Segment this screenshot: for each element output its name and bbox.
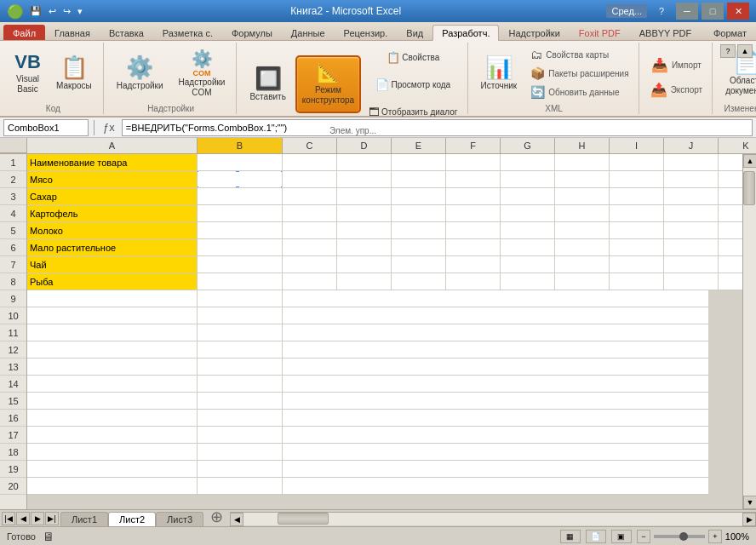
cell-f6[interactable] [446, 239, 501, 256]
help-btn[interactable]: ? [650, 3, 673, 20]
cell-f8[interactable] [446, 273, 501, 290]
cell-a3[interactable]: Сахар [27, 188, 198, 205]
combobox-widget[interactable]: ▼ [198, 171, 282, 187]
minimize-ribbon-btn[interactable]: ▲ [737, 44, 753, 58]
tab-view[interactable]: Вид [397, 25, 432, 40]
col-header-g[interactable]: G [501, 138, 555, 153]
cell-a1[interactable]: Наименование товара [27, 154, 198, 171]
cell-g2[interactable] [501, 171, 555, 188]
col-header-k[interactable]: K [719, 138, 756, 153]
map-props-btn[interactable]: 🗂 Свойства карты [526, 46, 633, 63]
extension-packs-btn[interactable]: 📦 Пакеты расширения [526, 65, 633, 82]
horizontal-scrollbar[interactable]: ◀ ▶ [230, 512, 756, 525]
view-code-btn[interactable]: 📄 Просмотр кода [364, 72, 461, 97]
cell-g6[interactable] [501, 239, 555, 256]
minimize-btn[interactable]: ─ [676, 3, 698, 20]
cell-a11[interactable] [27, 324, 198, 341]
page-view-btn[interactable]: 📄 [586, 530, 606, 543]
cell-f3[interactable] [446, 188, 501, 205]
insert-control-btn[interactable]: 🔲 Вставить [243, 55, 291, 113]
cell-c2[interactable] [283, 171, 337, 188]
cell-g5[interactable] [501, 222, 555, 239]
col-header-b[interactable]: B [198, 138, 283, 153]
cell-a12[interactable] [27, 341, 198, 359]
cell-c8[interactable] [283, 273, 337, 290]
cell-i2[interactable] [610, 171, 664, 188]
import-btn[interactable]: 📥 Импорт [647, 55, 706, 75]
cell-a8[interactable]: Рыба [27, 273, 198, 290]
cell-a19[interactable] [27, 461, 198, 478]
cell-a6[interactable]: Мало растительное [27, 239, 198, 256]
cell-c3[interactable] [283, 188, 337, 205]
help-icon[interactable]: ? [720, 44, 736, 58]
cell-f7[interactable] [446, 256, 501, 273]
cell-a13[interactable] [27, 359, 198, 376]
visual-basic-btn[interactable]: VB VisualBasic [9, 44, 47, 102]
cell-j7[interactable] [664, 256, 719, 273]
cell-rest-17[interactable] [283, 427, 708, 444]
cell-b16[interactable] [198, 410, 283, 427]
cell-d6[interactable] [337, 239, 392, 256]
design-mode-btn[interactable]: 📐 Режимконструктора [295, 55, 361, 113]
tab-formulas[interactable]: Формулы [222, 25, 282, 40]
cell-k3[interactable] [719, 188, 742, 205]
handle-tm[interactable] [235, 171, 240, 173]
macros-btn[interactable]: 📋 Макросы [50, 44, 98, 102]
qa-dropdown-btn[interactable]: ▾ [75, 4, 85, 19]
cell-i6[interactable] [610, 239, 664, 256]
cell-j1[interactable] [664, 154, 719, 171]
cell-rest-15[interactable] [283, 393, 708, 410]
cell-d3[interactable] [337, 188, 392, 205]
col-header-i[interactable]: I [610, 138, 664, 153]
cell-d1[interactable] [337, 154, 392, 171]
cell-i1[interactable] [610, 154, 664, 171]
close-btn[interactable]: ✕ [727, 3, 749, 20]
tab-developer[interactable]: Разработч. [432, 25, 499, 41]
cell-e2[interactable] [392, 171, 446, 188]
scroll-track-h[interactable] [243, 513, 742, 525]
cell-g8[interactable] [501, 273, 555, 290]
cell-rest-16[interactable] [283, 410, 708, 427]
col-header-j[interactable]: J [664, 138, 719, 153]
cell-h4[interactable] [555, 205, 610, 222]
sheet-nav-next[interactable]: ▶ [31, 512, 44, 525]
cell-b19[interactable] [198, 461, 283, 478]
cell-a14[interactable] [27, 376, 198, 393]
tab-addins[interactable]: Надстройки [499, 25, 569, 40]
cell-j3[interactable] [664, 188, 719, 205]
cell-h1[interactable] [555, 154, 610, 171]
handle-tl[interactable] [198, 171, 199, 173]
cell-a9[interactable] [27, 290, 198, 307]
cell-rest-18[interactable] [283, 444, 708, 461]
cell-a16[interactable] [27, 410, 198, 427]
cell-h5[interactable] [555, 222, 610, 239]
tab-insert[interactable]: Вставка [100, 25, 153, 40]
cell-a2[interactable]: Мясо [27, 171, 198, 188]
combobox-input[interactable] [198, 175, 283, 185]
tab-abbyy[interactable]: ABBYY PDF [630, 25, 702, 40]
dialog-btn[interactable]: 🗔 Отобразить диалог [364, 99, 461, 124]
handle-bl[interactable] [198, 186, 199, 188]
cell-b2[interactable]: ▼ [198, 171, 283, 188]
cell-b7[interactable] [198, 256, 283, 273]
cell-j6[interactable] [664, 239, 719, 256]
cell-c4[interactable] [283, 205, 337, 222]
cell-h3[interactable] [555, 188, 610, 205]
cell-a20[interactable] [27, 478, 198, 495]
page-break-btn[interactable]: ▣ [611, 530, 632, 543]
cell-b11[interactable] [198, 324, 283, 341]
cell-k2[interactable] [719, 171, 742, 188]
add-sheet-btn[interactable]: ⊕ [203, 508, 230, 526]
normal-view-btn[interactable]: ▦ [560, 530, 581, 543]
cell-k7[interactable] [719, 256, 742, 273]
name-box[interactable] [3, 119, 89, 136]
scroll-up-btn[interactable]: ▲ [743, 154, 756, 168]
cell-j5[interactable] [664, 222, 719, 239]
source-btn[interactable]: 📊 Источник [475, 44, 524, 102]
cell-a4[interactable]: Картофель [27, 205, 198, 222]
cell-b18[interactable] [198, 444, 283, 461]
cell-c6[interactable] [283, 239, 337, 256]
export-btn[interactable]: 📤 Экспорт [646, 80, 707, 100]
cell-f4[interactable] [446, 205, 501, 222]
cell-i3[interactable] [610, 188, 664, 205]
